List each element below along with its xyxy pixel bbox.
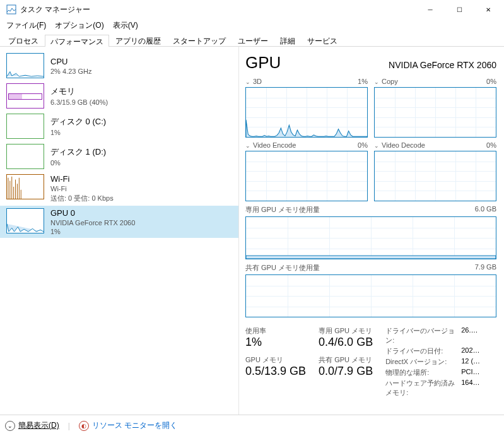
sidebar-item-disk0[interactable]: ディスク 0 (C:) 1% bbox=[0, 111, 238, 141]
sidebar-item-sub: 2% 4.23 GHz bbox=[50, 68, 91, 75]
tab-details[interactable]: 詳細 bbox=[274, 34, 301, 46]
detail-value: PCI … bbox=[461, 368, 480, 377]
tabs: プロセス パフォーマンス アプリの履歴 スタートアップ ユーザー 詳細 サービス bbox=[0, 32, 504, 47]
chart-value: 0% bbox=[358, 141, 368, 149]
window-title: タスク マネージャー bbox=[20, 4, 416, 15]
chart-canvas bbox=[374, 151, 496, 201]
sidebar-item-sub: NVIDIA GeForce RTX 2060 bbox=[50, 219, 135, 227]
sidebar-item-label: メモリ bbox=[50, 86, 108, 97]
main-header: GPU NVIDIA GeForce RTX 2060 bbox=[245, 53, 496, 73]
main-panel: GPU NVIDIA GeForce RTX 2060 ⌄3D1% ⌄Copy0… bbox=[238, 47, 504, 415]
menu-options[interactable]: オプション(O) bbox=[51, 19, 107, 32]
metric-value: 0.5/13.9 GB bbox=[245, 365, 306, 378]
close-button[interactable]: ✕ bbox=[474, 0, 503, 19]
cpu-thumbnail bbox=[6, 53, 44, 78]
minimize-button[interactable]: ─ bbox=[416, 0, 445, 19]
disk-thumbnail bbox=[6, 114, 44, 139]
tab-services[interactable]: サービス bbox=[302, 34, 343, 46]
chart-label[interactable]: 3D bbox=[253, 78, 262, 85]
sidebar-item-disk1[interactable]: ディスク 1 (D:) 0% bbox=[0, 141, 238, 172]
sidebar-item-cpu[interactable]: CPU 2% 4.23 GHz bbox=[0, 50, 238, 81]
tab-users[interactable]: ユーザー bbox=[232, 34, 274, 46]
menu-file[interactable]: ファイル(F) bbox=[3, 19, 50, 32]
chart-video-decode: ⌄Video Decode0% bbox=[374, 141, 496, 201]
menu-view[interactable]: 表示(V) bbox=[109, 19, 142, 32]
metric-value: 0.4/6.0 GB bbox=[319, 336, 373, 349]
page-title: GPU bbox=[245, 53, 281, 73]
sidebar-item-wifi[interactable]: Wi-Fi Wi-Fi 送信: 0 受信: 0 Kbps bbox=[0, 172, 238, 206]
metric-label: 使用率 bbox=[245, 326, 306, 336]
chevron-down-icon[interactable]: ⌄ bbox=[374, 143, 379, 149]
metric-label: 共有 GPU メモリ bbox=[319, 355, 373, 365]
sidebar: CPU 2% 4.23 GHz メモリ 6.3/15.9 GB (40%) ディ… bbox=[0, 47, 238, 415]
sidebar-item-label: GPU 0 bbox=[50, 208, 135, 218]
sidebar-item-sub: 1% bbox=[50, 129, 106, 136]
chart-3d: ⌄3D1% bbox=[245, 78, 368, 138]
chart-value: 0% bbox=[486, 78, 496, 85]
chart-value: 7.9 GB bbox=[475, 263, 496, 273]
chart-label[interactable]: Copy bbox=[382, 78, 398, 85]
tab-app-history[interactable]: アプリの履歴 bbox=[110, 34, 167, 46]
menubar: ファイル(F) オプション(O) 表示(V) bbox=[0, 19, 504, 32]
tab-performance[interactable]: パフォーマンス bbox=[45, 35, 109, 47]
sidebar-item-label: CPU bbox=[50, 57, 91, 66]
tab-processes[interactable]: プロセス bbox=[3, 34, 44, 46]
details-list: ドライバーのバージョン:26.2… ドライバーの日付:202… DirectX … bbox=[385, 326, 480, 398]
detail-key: ドライバーのバージョン: bbox=[385, 326, 461, 345]
chevron-down-icon[interactable]: ⌄ bbox=[245, 79, 250, 85]
content: CPU 2% 4.23 GHz メモリ 6.3/15.9 GB (40%) ディ… bbox=[0, 47, 504, 415]
sidebar-item-sub2: 送信: 0 受信: 0 Kbps bbox=[50, 194, 114, 203]
sidebar-item-sub: Wi-Fi bbox=[50, 185, 114, 192]
detail-key: ドライバーの日付: bbox=[385, 346, 461, 356]
chart-dedicated-mem: 専用 GPU メモリ使用量6.0 GB bbox=[245, 205, 496, 259]
metric-label: 専用 GPU メモリ bbox=[319, 326, 373, 336]
app-icon bbox=[6, 4, 16, 15]
detail-value: 164 … bbox=[461, 379, 480, 398]
stats: 使用率1% GPU メモリ0.5/13.9 GB 専用 GPU メモリ0.4/6… bbox=[245, 326, 496, 398]
svg-rect-9 bbox=[246, 256, 496, 259]
chevron-down-icon[interactable]: ⌄ bbox=[245, 143, 250, 149]
chart-canvas bbox=[374, 87, 496, 138]
chart-copy: ⌄Copy0% bbox=[374, 78, 496, 138]
chart-label[interactable]: Video Decode bbox=[382, 141, 425, 149]
window-controls: ─ ☐ ✕ bbox=[416, 0, 503, 19]
detail-value: 12 (… bbox=[461, 357, 480, 367]
footer: ⌄ 簡易表示(D) | ◐ リソース モニターを開く bbox=[0, 415, 504, 436]
metric-label: GPU メモリ bbox=[245, 355, 306, 365]
chart-value: 6.0 GB bbox=[475, 205, 496, 215]
sidebar-item-sub: 6.3/15.9 GB (40%) bbox=[50, 98, 108, 106]
chart-value: 1% bbox=[358, 78, 368, 85]
chart-video-encode: ⌄Video Encode0% bbox=[245, 141, 368, 201]
sidebar-item-label: Wi-Fi bbox=[50, 174, 114, 184]
gpu-thumbnail bbox=[6, 208, 44, 233]
tab-startup[interactable]: スタートアップ bbox=[167, 34, 231, 46]
maximize-button[interactable]: ☐ bbox=[445, 0, 474, 19]
sidebar-item-memory[interactable]: メモリ 6.3/15.9 GB (40%) bbox=[0, 81, 238, 111]
sidebar-item-gpu0[interactable]: GPU 0 NVIDIA GeForce RTX 2060 1% bbox=[0, 206, 238, 238]
fewer-details-button[interactable]: ⌄ 簡易表示(D) bbox=[5, 420, 59, 431]
titlebar: タスク マネージャー ─ ☐ ✕ bbox=[0, 0, 504, 19]
chart-canvas bbox=[245, 216, 496, 259]
disk-thumbnail bbox=[6, 144, 44, 169]
chart-label: 共有 GPU メモリ使用量 bbox=[245, 263, 320, 273]
sidebar-item-sub: 0% bbox=[50, 159, 106, 167]
chart-label: 専用 GPU メモリ使用量 bbox=[245, 205, 320, 215]
chart-canvas bbox=[245, 151, 368, 201]
resource-monitor-link[interactable]: ◐ リソース モニターを開く bbox=[79, 420, 177, 431]
metric-value: 0.0/7.9 GB bbox=[319, 365, 373, 378]
chart-value: 0% bbox=[486, 141, 496, 149]
chart-shared-mem: 共有 GPU メモリ使用量7.9 GB bbox=[245, 263, 496, 317]
chevron-down-icon: ⌄ bbox=[5, 421, 15, 431]
chart-canvas bbox=[245, 274, 496, 317]
detail-value: 202… bbox=[461, 346, 480, 356]
detail-key: 物理的な場所: bbox=[385, 368, 461, 377]
sidebar-item-label: ディスク 1 (D:) bbox=[50, 146, 106, 158]
sidebar-item-sub2: 1% bbox=[50, 228, 135, 235]
detail-value: 26.2… bbox=[461, 326, 480, 345]
chevron-down-icon[interactable]: ⌄ bbox=[374, 79, 379, 85]
device-name: NVIDIA GeForce RTX 2060 bbox=[389, 60, 496, 70]
chart-label[interactable]: Video Encode bbox=[253, 141, 296, 149]
wifi-thumbnail bbox=[6, 174, 44, 199]
metric-value: 1% bbox=[245, 336, 306, 349]
detail-key: DirectX バージョン: bbox=[385, 357, 461, 367]
